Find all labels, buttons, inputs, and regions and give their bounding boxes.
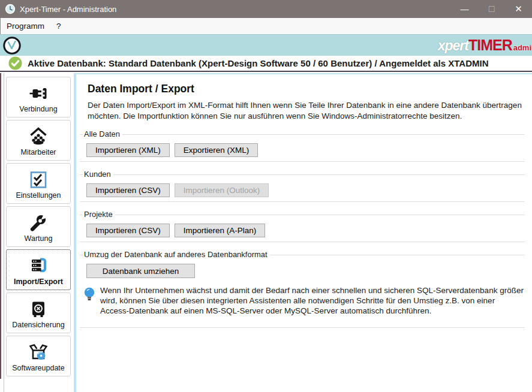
update-box-icon [28,336,49,363]
content-panel: Daten Import / Export Der Daten Import/E… [74,73,532,392]
sidebar-item-import-export[interactable]: Import/Export [6,249,71,290]
importieren-xml-button[interactable]: Importieren (XML) [86,143,170,157]
plug-icon [28,77,49,104]
group-label: Alle Daten [83,129,122,138]
active-database-status: Aktive Datenbank: Standard Datenbank (Xp… [28,58,489,68]
group-projekte: Projekte Importieren (CSV) Importieren (… [80,215,525,242]
group-label: Umzug der Datenbank auf anderes Datenban… [83,250,270,259]
sidebar-item-label: Verbindung [19,105,57,113]
exportieren-xml-button[interactable]: Exportieren (XML) [175,143,259,157]
datenbank-umziehen-button[interactable]: Datenbank umziehen [86,264,195,278]
sidebar-left-rail [4,73,4,392]
group-umzug-datenbank: Umzug der Datenbank auf anderes Datenban… [80,255,525,328]
close-button[interactable]: ✕ [505,0,532,18]
maximize-button[interactable]: ☐ [478,0,505,18]
sidebar-item-datensicherung[interactable]: Datensicherung [6,293,71,333]
sidebar-item-label: Mitarbeiter [20,148,56,156]
brand-admin: admin [513,43,532,52]
checklist-icon [28,164,49,190]
body-area: Verbindung Mitarbeiter [0,73,532,392]
sidebar-item-label: Softwareupdate [12,364,65,372]
brand-timer: TIMER [468,37,512,53]
sidebar-item-label: Datensicherung [12,321,65,329]
sidebar-item-einstellungen[interactable]: Einstellungen [6,163,71,204]
window-title: Xpert-Timer - Administration [20,5,116,14]
sidebar-item-label: Import/Export [14,278,63,286]
kunden-importieren-csv-button[interactable]: Importieren (CSV) [86,183,170,197]
sql-migration-hint: Wenn Ihr Unternehmen wächst und damit de… [83,285,525,319]
projekte-importieren-csv-button[interactable]: Importieren (CSV) [86,224,170,237]
brand-clock-icon [2,36,22,55]
hint-text: Wenn Ihr Unternehmen wächst und damit de… [100,285,525,316]
lightbulb-icon [83,287,95,306]
projekte-importieren-aplan-button[interactable]: Importieren (A-Plan) [175,224,266,237]
statusbar: Aktive Datenbank: Standard Datenbank (Xp… [0,56,532,72]
sidebar: Verbindung Mitarbeiter [6,77,71,379]
group-kunden: Kunden Importieren (CSV) Importieren (Ou… [80,174,525,202]
kunden-importieren-outlook-button: Importieren (Outlook) [175,183,269,197]
group-label: Kunden [83,170,113,179]
group-alle-daten: Alle Daten Importieren (XML) Exportieren… [80,134,525,162]
window-controls: — ☐ ✕ [451,0,532,18]
page-title: Daten Import / Export [88,83,525,95]
menubar: Programm ? [0,18,532,34]
sidebar-item-mitarbeiter[interactable]: Mitarbeiter [6,120,71,161]
check-circle-icon [8,56,22,70]
team-icon [28,120,49,147]
sidebar-item-label: Wartung [25,234,53,243]
wrench-icon [28,207,49,233]
brand-logo: xpertTIMERadmin [438,37,532,54]
app-clock-icon [5,4,16,14]
intro-text: Der Daten Import/Export im XML-Format hi… [88,100,532,122]
window-left-edge [0,73,1,379]
safe-icon [28,293,49,319]
sidebar-item-softwareupdate[interactable]: Softwareupdate [6,336,71,376]
group-label: Projekte [83,210,115,219]
xpert-timer-admin-window: Xpert-Timer - Administration — ☐ ✕ Progr… [0,0,532,392]
sidebar-item-label: Einstellungen [16,191,61,200]
sidebar-item-wartung[interactable]: Wartung [6,206,71,247]
menu-help[interactable]: ? [50,18,67,34]
database-icon [28,250,49,276]
titlebar: Xpert-Timer - Administration — ☐ ✕ [0,0,532,18]
brand-xpert: xpert [438,38,468,53]
minimize-button[interactable]: — [451,0,478,18]
sidebar-item-verbindung[interactable]: Verbindung [6,77,71,117]
brand-band: xpertTIMERadmin [0,34,532,56]
menu-programm[interactable]: Programm [1,18,50,34]
